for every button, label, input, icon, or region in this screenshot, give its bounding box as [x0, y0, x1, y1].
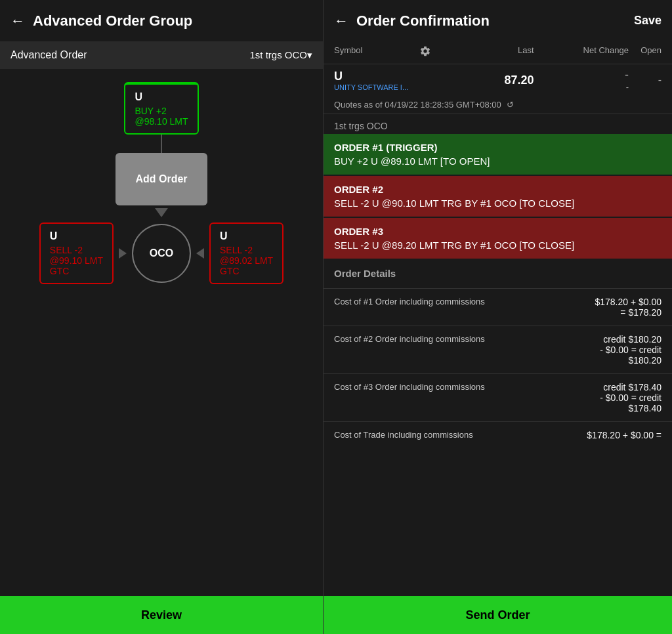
col-netchange-header: Net Change	[534, 45, 629, 60]
detail-label-4: Cost of Trade including commissions	[334, 430, 556, 440]
oco-row: U SELL -2 @99.10 LMT GTC OCO U SELL -2 @…	[7, 222, 316, 284]
quote-netchange: - -	[534, 68, 629, 92]
left-header: ← Advanced Order Group	[0, 0, 323, 41]
quote-symbol-name: UNITY SOFTWARE I...	[334, 83, 439, 91]
quote-symbol-cell: U UNITY SOFTWARE I...	[334, 70, 439, 91]
order2-block[interactable]: ORDER #2 SELL -2 U @90.10 LMT TRG BY #1 …	[324, 176, 672, 217]
v-connector-top	[161, 135, 162, 153]
col-open-header: Open	[629, 45, 662, 60]
quote-open: -	[629, 74, 662, 86]
send-order-button[interactable]: Send Order	[324, 596, 672, 634]
sell-left-action: SELL -2	[50, 245, 103, 255]
order3-title: ORDER #3	[334, 226, 662, 237]
order-type-dropdown[interactable]: 1st trgs OCO▾	[249, 49, 312, 61]
detail-row-1: Cost of #1 Order including commissions $…	[324, 288, 672, 326]
right-header: ← Order Confirmation Save	[324, 0, 672, 41]
sell-right-details: @89.02 LMT GTC	[220, 255, 273, 276]
buy-symbol: U	[135, 91, 188, 103]
order-content: 1st trgs OCO ORDER #1 (TRIGGER) BUY +2 U…	[324, 114, 672, 596]
save-button[interactable]: Save	[634, 14, 662, 28]
detail-value-1: $178.20 + $0.00 = $178.20	[556, 297, 662, 318]
quote-symbol: U	[334, 70, 439, 83]
right-panel: ← Order Confirmation Save Symbol Last Ne…	[324, 0, 672, 634]
order-canvas: U BUY +2 @98.10 LMT Add Order U SELL -2 …	[0, 69, 323, 596]
quote-data-row: U UNITY SOFTWARE I... 87.20 - - -	[324, 64, 672, 96]
sell-right-symbol: U	[220, 230, 273, 242]
quotes-timestamp: Quotes as of 04/19/22 18:28:35 GMT+08:00…	[324, 96, 672, 114]
detail-label-2: Cost of #2 Order including commissions	[334, 334, 556, 344]
order-details-title: Order Details	[334, 268, 662, 279]
order2-title: ORDER #2	[334, 184, 662, 195]
col-last-header: Last	[439, 45, 534, 60]
order-details-section: Order Details	[324, 260, 672, 288]
quote-last: 87.20	[439, 74, 534, 87]
sell-right-action: SELL -2	[220, 245, 273, 255]
left-panel: ← Advanced Order Group Advanced Order 1s…	[0, 0, 324, 634]
buy-order-card[interactable]: U BUY +2 @98.10 LMT	[124, 82, 198, 135]
order1-desc: BUY +2 U @89.10 LMT [TO OPEN]	[334, 156, 662, 167]
oco-type-label: 1st trgs OCO	[324, 114, 672, 134]
right-back-button[interactable]: ←	[334, 12, 348, 30]
order3-desc: SELL -2 U @89.20 LMT TRG BY #1 OCO [TO C…	[334, 240, 662, 251]
quote-header-row: Symbol Last Net Change Open	[324, 41, 672, 64]
sell-order-card-left[interactable]: U SELL -2 @99.10 LMT GTC	[39, 222, 114, 284]
arrow-right-icon	[119, 248, 127, 259]
col-symbol-header: Symbol	[334, 45, 419, 60]
buy-action: BUY +2	[135, 106, 188, 116]
review-label: Review	[141, 608, 182, 622]
refresh-icon[interactable]: ↺	[507, 100, 514, 110]
add-order-button[interactable]: Add Order	[116, 153, 207, 205]
oco-circle[interactable]: OCO	[132, 224, 191, 283]
detail-label-3: Cost of #3 Order including commissions	[334, 382, 556, 392]
left-subheader: Advanced Order 1st trgs OCO▾	[0, 41, 323, 69]
timestamp-text: Quotes as of 04/19/22 18:28:35 GMT+08:00	[334, 100, 501, 110]
sell-left-symbol: U	[50, 230, 103, 242]
detail-row-2: Cost of #2 Order including commissions c…	[324, 326, 672, 373]
detail-value-2: credit $180.20 - $0.00 = credit $180.20	[556, 334, 662, 366]
advanced-order-label: Advanced Order	[10, 49, 87, 61]
sell-order-card-right[interactable]: U SELL -2 @89.02 LMT GTC	[209, 222, 284, 284]
gear-icon[interactable]	[419, 45, 439, 60]
detail-row-3: Cost of #3 Order including commissions c…	[324, 373, 672, 421]
send-order-label: Send Order	[465, 608, 530, 622]
arrow-left-icon	[196, 248, 204, 259]
detail-row-4: Cost of Trade including commissions $178…	[324, 421, 672, 448]
add-order-label: Add Order	[135, 173, 187, 185]
order2-desc: SELL -2 U @90.10 LMT TRG BY #1 OCO [TO C…	[334, 198, 662, 209]
left-back-button[interactable]: ←	[10, 12, 25, 30]
oco-label: OCO	[150, 247, 173, 259]
buy-price: @98.10 LMT	[135, 116, 188, 127]
arrow-down-icon	[155, 208, 168, 217]
right-title: Order Confirmation	[356, 12, 626, 30]
detail-value-3: credit $178.40 - $0.00 = credit $178.40	[556, 382, 662, 413]
order3-block[interactable]: ORDER #3 SELL -2 U @89.20 LMT TRG BY #1 …	[324, 218, 672, 259]
detail-value-4: $178.20 + $0.00 =	[556, 430, 662, 440]
detail-label-1: Cost of #1 Order including commissions	[334, 297, 556, 306]
quote-table: Symbol Last Net Change Open U UNITY SOFT…	[324, 41, 672, 114]
sell-left-details: @99.10 LMT GTC	[50, 255, 103, 276]
left-title: Advanced Order Group	[33, 12, 192, 30]
review-button[interactable]: Review	[0, 596, 323, 634]
order1-block[interactable]: ORDER #1 (TRIGGER) BUY +2 U @89.10 LMT […	[324, 134, 672, 175]
order1-title: ORDER #1 (TRIGGER)	[334, 142, 662, 153]
